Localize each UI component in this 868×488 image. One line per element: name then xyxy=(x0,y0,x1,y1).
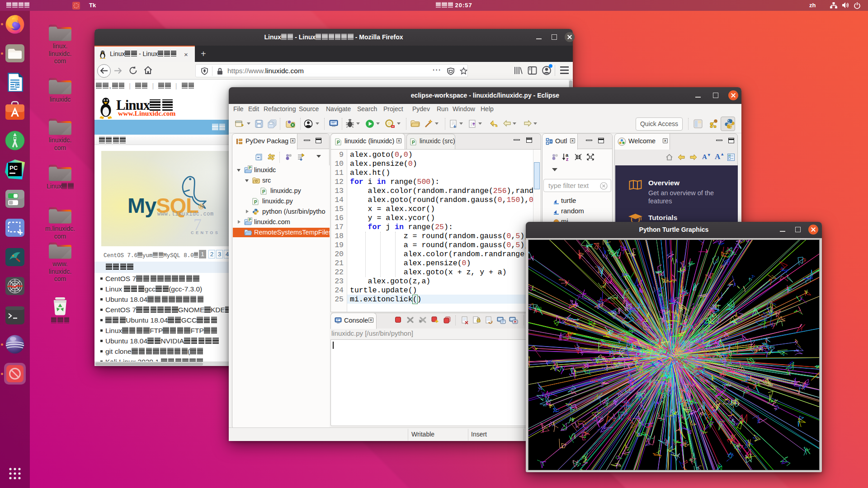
svg-text:P: P xyxy=(337,140,340,145)
svg-text:z: z xyxy=(566,156,569,162)
svg-text:P: P xyxy=(262,189,265,194)
svg-text:P: P xyxy=(254,200,257,205)
svg-text:P: P xyxy=(412,140,415,145)
svg-text:PC: PC xyxy=(9,164,18,171)
